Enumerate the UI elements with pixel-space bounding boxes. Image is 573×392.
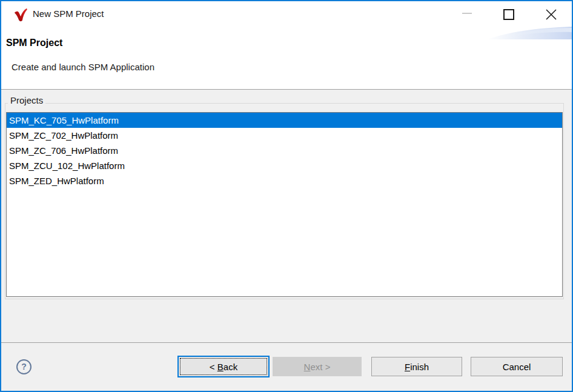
help-icon[interactable]: ? (16, 359, 31, 374)
list-item[interactable]: SPM_ZED_HwPlatform (7, 173, 562, 188)
cancel-button-label: Cancel (503, 362, 531, 372)
list-item[interactable]: SPM_ZC_706_HwPlatform (7, 143, 562, 158)
page-title: SPM Project (6, 38, 62, 48)
xilinx-logo-icon (13, 7, 28, 23)
banner-swoosh-decoration (487, 26, 572, 41)
page-description: Create and launch SPM Application (12, 62, 154, 72)
projects-list[interactable]: SPM_KC_705_HwPlatform SPM_ZC_702_HwPlatf… (6, 112, 563, 297)
close-icon[interactable] (546, 9, 557, 20)
finish-mnemonic: F (405, 362, 410, 372)
minimize-icon (462, 13, 472, 14)
back-button-label: < (210, 362, 217, 372)
back-mnemonic: B (217, 362, 224, 372)
projects-group-label: Projects (8, 95, 45, 105)
content-area: Projects SPM_KC_705_HwPlatform SPM_ZC_70… (1, 90, 572, 391)
list-item[interactable]: SPM_ZC_702_HwPlatform (7, 128, 562, 143)
finish-button[interactable]: Finish (371, 357, 462, 376)
next-button: Next > (273, 357, 362, 376)
window-title: New SPM Project (33, 8, 104, 19)
button-bar-separator (1, 342, 572, 343)
new-spm-project-dialog: New SPM Project SPM Project Create and l… (0, 0, 573, 392)
maximize-icon[interactable] (503, 9, 514, 20)
back-button[interactable]: < Back (177, 356, 270, 377)
list-item[interactable]: SPM_ZCU_102_HwPlatform (7, 158, 562, 173)
next-mnemonic: N (304, 362, 311, 372)
cancel-button[interactable]: Cancel (471, 357, 563, 376)
list-item[interactable]: SPM_KC_705_HwPlatform (7, 113, 562, 128)
title-bar: New SPM Project (1, 1, 572, 28)
